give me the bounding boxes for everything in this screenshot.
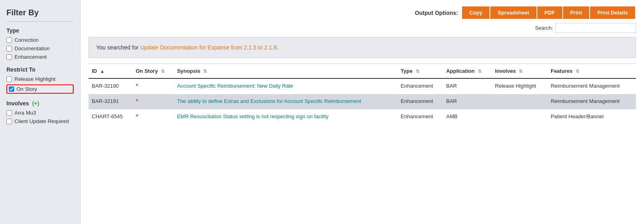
copy-button[interactable]: Copy <box>462 6 490 19</box>
restrict-release-highlight-checkbox[interactable] <box>6 76 12 82</box>
col-features[interactable]: Features ⇅ <box>547 64 636 78</box>
cell-on-story: * <box>132 78 174 94</box>
cell-features: Reimbursement Management <box>547 94 636 109</box>
cell-application: BAR <box>443 94 491 109</box>
sidebar: Filter By Type Correction Documentation … <box>0 0 80 224</box>
cell-application: AMB <box>443 109 491 125</box>
results-table: ID ▲ On Story ⇅ Synopsis ⇅ Type ⇅ <box>89 64 636 125</box>
involves-section: Involves (+) Arra Mu3 Client Update Requ… <box>6 100 74 124</box>
output-options-row: Output Options: Copy Spreadsheet PDF Pri… <box>89 6 636 19</box>
search-label: Search: <box>535 25 553 31</box>
search-info-prefix: You searched for <box>96 44 140 51</box>
search-info-box: You searched for Update Documentation fo… <box>89 37 636 58</box>
type-documentation-label: Documentation <box>14 45 50 51</box>
type-documentation-item[interactable]: Documentation <box>6 45 74 51</box>
restrict-on-story-label: On Story <box>17 86 37 92</box>
restrict-on-story-checkbox[interactable] <box>9 86 14 92</box>
restrict-on-story-item[interactable]: On Story <box>6 84 74 94</box>
cell-type: Enhancement <box>398 78 443 94</box>
cell-on-story: * <box>132 109 174 125</box>
cell-synopsis[interactable]: The ability to define Extras and Exclusi… <box>174 94 398 109</box>
restrict-section: Restrict To Release Highlight On Story <box>6 66 74 94</box>
type-correction-item[interactable]: Correction <box>6 37 74 43</box>
search-input[interactable] <box>555 23 636 33</box>
print-button[interactable]: Print <box>563 6 590 19</box>
sort-application-icon: ⇅ <box>478 69 481 74</box>
cell-features: Patient Header/Banner <box>547 109 636 125</box>
sort-id-icon: ▲ <box>100 69 105 74</box>
involves-arra-checkbox[interactable] <box>6 110 12 116</box>
cell-id: BAR-32190 <box>89 78 132 94</box>
sort-on-story-icon: ⇅ <box>161 69 165 74</box>
star-icon: * <box>136 113 138 120</box>
col-on-story[interactable]: On Story ⇅ <box>132 64 174 78</box>
col-synopsis[interactable]: Synopsis ⇅ <box>174 64 398 78</box>
star-icon: * <box>136 83 138 90</box>
synopsis-link[interactable]: Account Specific Reimbursement: New Dail… <box>177 83 293 89</box>
type-correction-checkbox[interactable] <box>6 37 12 43</box>
cell-synopsis[interactable]: Account Specific Reimbursement: New Dail… <box>174 78 398 94</box>
table-row: BAR-32191 * The ability to define Extras… <box>89 94 636 109</box>
involves-plus-button[interactable]: (+) <box>32 100 39 107</box>
table-header-row: ID ▲ On Story ⇅ Synopsis ⇅ Type ⇅ <box>89 64 636 78</box>
table-body: BAR-32190 * Account Specific Reimburseme… <box>89 78 636 125</box>
involves-section-title: Involves (+) <box>6 100 74 107</box>
cell-application: BAR <box>443 78 491 94</box>
involves-client-update-item[interactable]: Client Update Required <box>6 118 74 124</box>
sort-involves-icon: ⇅ <box>519 69 522 74</box>
involves-arra-label: Arra Mu3 <box>14 110 36 116</box>
sidebar-title: Filter By <box>6 8 74 17</box>
search-info-suffix: . <box>277 44 279 51</box>
main-content: Output Options: Copy Spreadsheet PDF Pri… <box>80 0 644 224</box>
type-section-title: Type <box>6 27 74 34</box>
star-icon: * <box>136 98 138 105</box>
pdf-button[interactable]: PDF <box>537 6 562 19</box>
search-info-highlight: Update Documentation for Expanse from 2.… <box>140 44 277 51</box>
col-involves[interactable]: Involves ⇅ <box>492 64 547 78</box>
involves-arra-item[interactable]: Arra Mu3 <box>6 110 74 116</box>
cell-features: Reimbursement Management <box>547 78 636 94</box>
col-id[interactable]: ID ▲ <box>89 64 132 78</box>
type-enhancement-label: Enhancement <box>14 54 47 60</box>
sidebar-divider <box>6 21 74 22</box>
restrict-release-highlight-item[interactable]: Release Highlight <box>6 76 74 82</box>
restrict-release-highlight-label: Release Highlight <box>14 76 56 82</box>
involves-client-update-label: Client Update Required <box>14 118 69 124</box>
output-options-label: Output Options: <box>415 10 458 16</box>
cell-synopsis[interactable]: EMR Resuscitation Status setting is not … <box>174 109 398 125</box>
cell-involves <box>492 94 547 109</box>
table-row: BAR-32190 * Account Specific Reimburseme… <box>89 78 636 94</box>
synopsis-link[interactable]: The ability to define Extras and Exclusi… <box>177 98 361 104</box>
cell-id: BAR-32191 <box>89 94 132 109</box>
type-enhancement-item[interactable]: Enhancement <box>6 54 74 60</box>
cell-involves: Release Highlight <box>492 78 547 94</box>
cell-involves <box>492 109 547 125</box>
involves-client-update-checkbox[interactable] <box>6 119 12 124</box>
search-row: Search: <box>89 23 636 33</box>
table-row: CHART-6545 * EMR Resuscitation Status se… <box>89 109 636 125</box>
restrict-section-title: Restrict To <box>6 66 74 73</box>
spreadsheet-button[interactable]: Spreadsheet <box>490 6 536 19</box>
synopsis-link[interactable]: EMR Resuscitation Status setting is not … <box>177 113 328 119</box>
col-application[interactable]: Application ⇅ <box>443 64 491 78</box>
cell-on-story: * <box>132 94 174 109</box>
type-correction-label: Correction <box>14 37 39 43</box>
sort-synopsis-icon: ⇅ <box>203 69 207 74</box>
sort-type-icon: ⇅ <box>416 69 419 74</box>
results-table-wrapper: ID ▲ On Story ⇅ Synopsis ⇅ Type ⇅ <box>89 64 636 224</box>
cell-type: Enhancement <box>398 94 443 109</box>
cell-id: CHART-6545 <box>89 109 132 125</box>
col-type[interactable]: Type ⇅ <box>398 64 443 78</box>
type-enhancement-checkbox[interactable] <box>6 54 12 60</box>
cell-type: Enhancement <box>398 109 443 125</box>
type-documentation-checkbox[interactable] <box>6 46 12 51</box>
sort-features-icon: ⇅ <box>576 69 579 74</box>
print-details-button[interactable]: Print Details <box>590 6 635 19</box>
